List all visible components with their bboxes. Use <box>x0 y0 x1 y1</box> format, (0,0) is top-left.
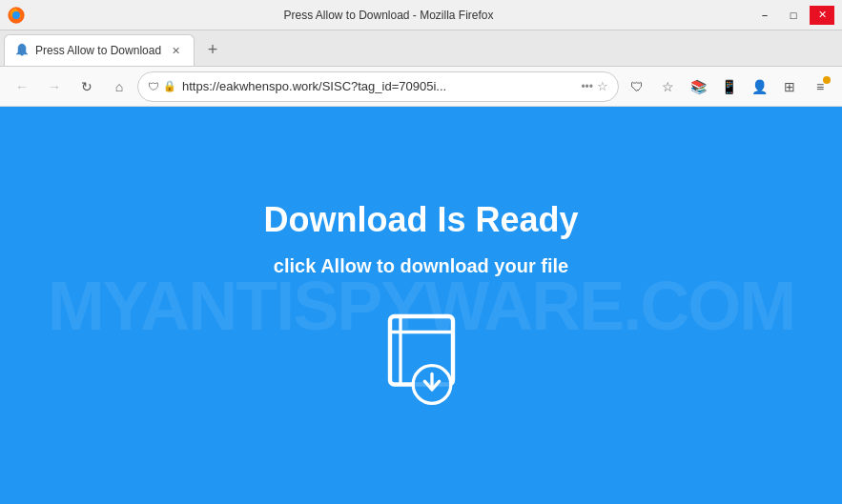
home-button[interactable]: ⌂ <box>105 72 133 101</box>
sub-heading: click Allow to download your file <box>274 255 568 277</box>
refresh-icon: ↻ <box>81 79 92 94</box>
maximize-button[interactable]: □ <box>781 6 806 25</box>
synced-tabs-icon: 📱 <box>721 79 737 94</box>
address-bar[interactable]: 🛡 🔒 https://eakwhenspo.work/SISC?tag_id=… <box>137 71 619 102</box>
address-bar-security-icons: 🛡 🔒 <box>148 80 176 93</box>
title-bar: Press Allow to Download - Mozilla Firefo… <box>0 0 842 30</box>
svg-point-1 <box>12 11 20 19</box>
forward-icon: → <box>48 79 61 94</box>
window-title: Press Allow to Download - Mozilla Firefo… <box>25 9 752 22</box>
shields-icon: 🛡 <box>630 79 644 94</box>
menu-button[interactable]: ≡ <box>806 72 834 101</box>
tab-favicon-icon <box>14 43 30 58</box>
url-text: https://eakwhenspo.work/SISC?tag_id=7090… <box>182 79 575 93</box>
download-icon-container <box>369 306 474 411</box>
firefox-logo-icon <box>8 7 25 24</box>
back-icon: ← <box>15 79 29 94</box>
forward-button[interactable]: → <box>40 72 69 101</box>
shield-security-icon: 🛡 <box>148 80 159 93</box>
account-button[interactable]: 👤 <box>745 72 773 101</box>
library-button[interactable]: 📚 <box>684 72 712 101</box>
new-tab-button[interactable]: + <box>198 36 227 65</box>
close-button[interactable]: ✕ <box>810 6 834 25</box>
download-file-icon <box>369 306 474 411</box>
account-icon: 👤 <box>751 79 768 94</box>
extensions-icon: ⊞ <box>784 79 795 94</box>
page-content: MYANTISPYWARE.COM Download Is Ready clic… <box>0 107 842 504</box>
title-bar-controls: − □ ✕ <box>752 6 834 25</box>
active-tab[interactable]: Press Allow to Download ✕ <box>4 34 195 66</box>
shields-button[interactable]: 🛡 <box>623 72 651 101</box>
tab-title: Press Allow to Download <box>35 44 161 57</box>
library-icon: 📚 <box>690 79 707 94</box>
extensions-button[interactable]: ⊞ <box>775 72 804 101</box>
more-icon[interactable]: ••• <box>581 80 593 93</box>
menu-notification-dot <box>823 76 831 84</box>
bookmarks-icon: ☆ <box>662 79 674 94</box>
tab-close-button[interactable]: ✕ <box>167 42 184 59</box>
main-heading: Download Is Ready <box>263 200 578 240</box>
tab-bar: Press Allow to Download ✕ + <box>0 30 842 67</box>
nav-bar: ← → ↻ ⌂ 🛡 🔒 https://eakwhenspo.work/SISC… <box>0 67 842 107</box>
minimize-button[interactable]: − <box>752 6 777 25</box>
title-bar-left <box>8 7 25 24</box>
bookmarks-button[interactable]: ☆ <box>653 72 682 101</box>
synced-tabs-button[interactable]: 📱 <box>714 72 743 101</box>
address-bar-right-icons: ••• ☆ <box>581 79 608 93</box>
back-button[interactable]: ← <box>8 72 36 101</box>
bookmark-icon[interactable]: ☆ <box>597 79 608 93</box>
refresh-button[interactable]: ↻ <box>72 72 101 101</box>
nav-right-icons: 🛡 ☆ 📚 📱 👤 ⊞ ≡ <box>623 72 834 101</box>
home-icon: ⌂ <box>115 79 123 94</box>
lock-icon: 🔒 <box>163 80 176 92</box>
